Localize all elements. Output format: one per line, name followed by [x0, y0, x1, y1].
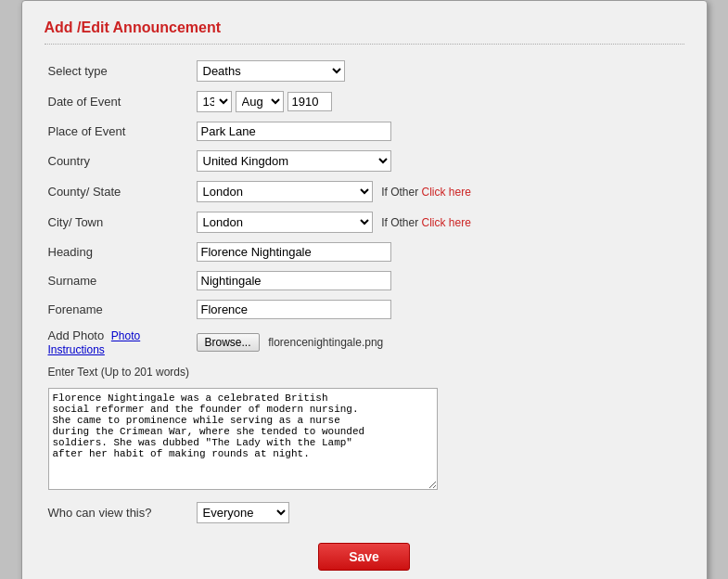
- heading-label: Heading: [45, 238, 193, 266]
- date-row: 13 Aug: [197, 91, 681, 112]
- city-town-label: City/ Town: [45, 207, 193, 238]
- city-if-other-label: If Other: [381, 216, 418, 229]
- city-town-row: City/ Town London Manchester Birmingham …: [45, 207, 684, 238]
- city-if-other: If Other Click here: [381, 216, 471, 229]
- county-state-select[interactable]: London Kent Essex: [197, 181, 373, 202]
- country-select[interactable]: United Kingdom United States France Germ…: [197, 150, 391, 172]
- page-title: Add /Edit Announcement: [45, 19, 684, 45]
- text-content-textarea[interactable]: Florence Nightingale was a celebrated Br…: [48, 388, 438, 490]
- heading-input[interactable]: [197, 242, 391, 262]
- place-of-event-label: Place of Event: [45, 117, 193, 146]
- save-row: Save: [45, 528, 684, 571]
- enter-text-label: Enter Text (Up to 201 words): [45, 361, 684, 383]
- select-type-dropdown[interactable]: Deaths Births Marriages Anniversaries: [197, 60, 345, 82]
- who-can-view-label: Who can view this?: [45, 497, 193, 528]
- date-year-input[interactable]: [287, 92, 332, 111]
- county-state-row: County/ State London Kent Essex If Other…: [45, 176, 684, 207]
- county-if-other: If Other Click here: [381, 186, 471, 199]
- county-click-here-link[interactable]: Click here: [421, 186, 470, 199]
- country-row: Country United Kingdom United States Fra…: [45, 146, 684, 176]
- filename-text: florencenightingale.png: [268, 336, 383, 349]
- county-state-label: County/ State: [45, 176, 193, 207]
- form-table: Select type Deaths Births Marriages Anni…: [45, 56, 684, 528]
- city-click-here-link[interactable]: Click here: [421, 216, 470, 229]
- date-month-select[interactable]: Aug: [236, 91, 284, 112]
- place-of-event-row: Place of Event: [45, 117, 684, 146]
- who-can-view-select[interactable]: Everyone Friends Family Only Me: [197, 502, 289, 523]
- if-other-label: If Other: [381, 186, 418, 199]
- save-button[interactable]: Save: [318, 543, 410, 571]
- country-label: Country: [45, 146, 193, 176]
- who-can-view-row: Who can view this? Everyone Friends Fami…: [45, 497, 684, 528]
- enter-text-row: Florence Nightingale was a celebrated Br…: [45, 383, 684, 497]
- forename-row: Forename: [45, 295, 684, 324]
- date-day-select[interactable]: 13: [197, 91, 232, 112]
- surname-row: Surname: [45, 266, 684, 295]
- surname-input[interactable]: [197, 271, 391, 290]
- date-of-event-label: Date of Event: [45, 86, 193, 117]
- main-window: Add /Edit Announcement Select type Death…: [21, 0, 708, 579]
- select-type-row: Select type Deaths Births Marriages Anni…: [45, 56, 684, 86]
- add-photo-label: Add Photo Photo Instructions: [45, 324, 193, 361]
- city-town-select[interactable]: London Manchester Birmingham: [197, 212, 373, 233]
- heading-row: Heading: [45, 238, 684, 266]
- browse-button[interactable]: Browse...: [197, 333, 260, 352]
- forename-input[interactable]: [197, 300, 391, 319]
- surname-label: Surname: [45, 266, 193, 295]
- date-of-event-row: Date of Event 13 Aug: [45, 86, 684, 117]
- select-type-label: Select type: [45, 56, 193, 86]
- place-of-event-input[interactable]: [197, 122, 391, 141]
- forename-label: Forename: [45, 295, 193, 324]
- add-photo-row: Add Photo Photo Instructions Browse... f…: [45, 324, 684, 361]
- enter-text-label-row: Enter Text (Up to 201 words): [45, 361, 684, 383]
